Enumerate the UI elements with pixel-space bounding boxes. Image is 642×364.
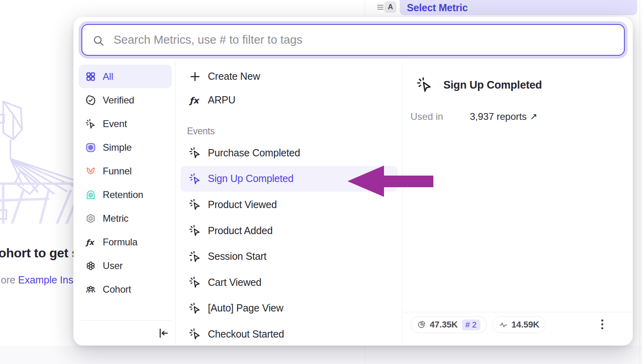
sidebar-item[interactable]: Metric <box>79 206 172 230</box>
select-metric-row[interactable]: Select Metric <box>400 0 637 15</box>
event-spark-icon <box>189 224 201 237</box>
used-in-reports-link[interactable]: 3,937 reports <box>470 111 526 122</box>
retention-arch-icon <box>85 190 96 200</box>
simple-block-icon <box>85 142 96 153</box>
sidebar-item[interactable]: Simple <box>79 135 172 159</box>
page-panel-divider-right <box>640 0 640 364</box>
formula-fx-icon: ƒx <box>189 94 201 106</box>
pie-chart-icon <box>417 320 426 329</box>
stat-badge[interactable]: 47.35K # 2 <box>410 316 487 333</box>
funnel-icon <box>85 166 96 176</box>
sidebar-footer-divider <box>80 320 172 321</box>
search-input[interactable] <box>82 25 624 55</box>
sidebar-divider <box>175 62 176 345</box>
screen: A Select Metric ohort to get s ore Examp… <box>0 0 642 364</box>
background-subtext-fragment: ore Example Ins <box>1 274 75 286</box>
search-box <box>81 24 625 56</box>
user-cluster-icon <box>85 261 96 271</box>
event-spark-icon <box>85 119 96 129</box>
list-item[interactable]: ƒx ARPU <box>181 88 398 112</box>
event-spark-icon <box>189 198 201 210</box>
metric-detail-panel: Sign Up Completed Used in 3,937 reports … <box>403 65 632 345</box>
verified-badge-icon <box>85 95 96 105</box>
sidebar-item[interactable]: Cohort <box>79 277 172 301</box>
svg-text:ƒx: ƒx <box>85 238 95 246</box>
svg-text:ƒx: ƒx <box>189 95 200 105</box>
metric-hexagon-icon <box>85 213 96 224</box>
select-metric-label: Select Metric <box>400 0 637 15</box>
sidebar-item[interactable]: ƒx Formula <box>79 230 172 254</box>
sidebar-item[interactable]: Verified <box>79 88 172 112</box>
decorative-wireframe <box>0 91 75 224</box>
list-item[interactable]: Purchase Completed <box>181 140 398 166</box>
event-spark-icon <box>189 328 201 340</box>
annotation-arrow <box>344 163 436 200</box>
detail-footer-divider <box>403 312 632 312</box>
metric-list: Create New ƒx ARPU Events Purchase Compl… <box>181 65 402 347</box>
event-spark-icon <box>189 173 201 185</box>
event-spark-star-icon <box>189 251 201 263</box>
sidebar-item[interactable]: All <box>79 65 172 88</box>
cohort-people-icon <box>85 284 96 295</box>
list-item[interactable]: Cart Viewed <box>181 269 398 295</box>
pulse-icon <box>499 320 508 329</box>
drag-handle-icon[interactable] <box>376 3 384 11</box>
example-insights-link[interactable]: Example Ins <box>18 274 73 285</box>
category-sidebar: All Verified Event Simple Funnel Retenti… <box>79 65 175 301</box>
sidebar-item[interactable]: Retention <box>79 183 172 206</box>
sidebar-item[interactable]: Funnel <box>79 159 172 183</box>
list-item[interactable]: Checkout Started <box>181 321 398 347</box>
detail-title: Sign Up Completed <box>443 79 542 91</box>
used-in-label: Used in <box>410 111 470 122</box>
subtext-prefix: ore <box>1 274 18 285</box>
page-bottom-strip <box>0 346 642 364</box>
list-item[interactable]: Product Added <box>181 218 398 244</box>
list-item[interactable]: Create New <box>181 65 398 88</box>
search-focus-ring <box>79 21 628 59</box>
event-spark-icon <box>189 302 201 314</box>
stats-row: 47.35K # 2 14.59K <box>410 316 546 333</box>
background-heading-fragment: ohort to get s <box>0 246 75 261</box>
list-item[interactable]: Session Start <box>181 243 398 269</box>
event-spark-icon <box>189 147 201 159</box>
grid-icon <box>85 71 96 82</box>
sidebar-footer <box>79 311 175 339</box>
collapse-left-icon[interactable] <box>158 327 170 339</box>
plus-icon <box>189 71 201 83</box>
stat-badge[interactable]: 14.59K <box>492 316 546 333</box>
sidebar-item[interactable]: Event <box>79 112 172 135</box>
list-item[interactable]: Events <box>181 112 398 140</box>
event-spark-icon <box>189 276 201 288</box>
sidebar-item[interactable]: User <box>79 254 172 277</box>
external-arrow-icon: ↗ <box>530 111 537 122</box>
series-a-badge: A <box>384 1 396 13</box>
formula-fx-icon: ƒx <box>85 237 96 247</box>
kebab-menu-icon[interactable] <box>597 318 607 331</box>
used-in-row: Used in 3,937 reports ↗ <box>410 111 537 122</box>
event-spark-icon <box>416 77 433 93</box>
list-item[interactable]: [Auto] Page View <box>181 295 398 322</box>
